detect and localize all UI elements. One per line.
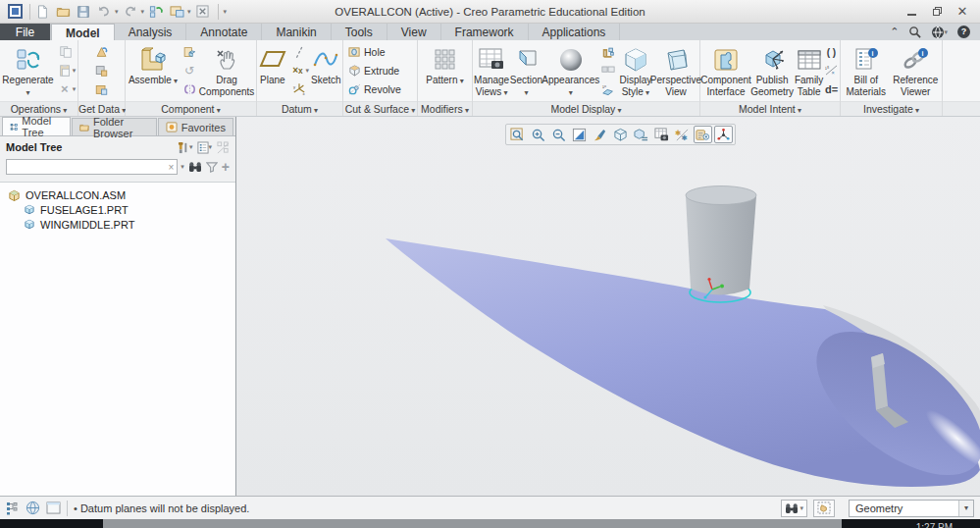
search-options-dropdown[interactable]: ▾ [181, 163, 184, 171]
tree-show-dropdown[interactable]: ▾ [208, 143, 212, 151]
paste-dropdown[interactable]: ▾ [73, 67, 77, 75]
spin-center-toggle[interactable] [714, 126, 733, 143]
tab-annotate[interactable]: Annotate [186, 24, 262, 40]
regenerate-button[interactable]: Regenerate [1, 42, 55, 99]
group-label-operations[interactable]: Operations [0, 101, 77, 116]
tab-folder-browser[interactable]: Folder Browser [72, 118, 157, 135]
restore-button[interactable] [931, 6, 943, 18]
help-icon[interactable]: ? [957, 26, 970, 38]
repeat-button[interactable]: ↺ [181, 62, 198, 79]
command-search-icon[interactable] [908, 26, 921, 38]
group-label-modifiers[interactable]: Modifiers [418, 101, 472, 116]
create-component-button[interactable] [181, 43, 198, 61]
plane-button[interactable]: Plane [258, 42, 287, 99]
window-switch-button[interactable] [168, 3, 185, 21]
zoom-out-button[interactable] [549, 126, 568, 143]
coordinate-system-button[interactable]: yx [290, 80, 308, 98]
tree-item-part[interactable]: FUSELAGE1.PRT [0, 202, 235, 217]
find-dropdown[interactable]: ▾ [799, 504, 803, 512]
pattern-button[interactable]: Pattern [421, 42, 470, 99]
revolve-button[interactable]: Revolve [344, 80, 416, 99]
add-filter-icon[interactable]: + [222, 159, 230, 175]
group-label-get-data[interactable]: Get Data [78, 101, 125, 116]
tab-framework[interactable]: Framework [441, 24, 529, 40]
tab-model-tree[interactable]: Model Tree [2, 117, 71, 135]
zoom-in-button[interactable] [529, 126, 547, 143]
import-data-button[interactable] [93, 62, 111, 79]
copy-button[interactable] [57, 43, 75, 61]
parameters-button[interactable]: ( ) [823, 43, 841, 61]
publish-geometry-button[interactable]: Publish Geometry [750, 42, 794, 99]
graphics-area[interactable]: ✱✱ [236, 117, 980, 496]
qat-customize-dropdown[interactable]: ▾ [224, 8, 228, 16]
tree-search-box[interactable]: × [6, 159, 178, 175]
repaint-button[interactable] [591, 126, 609, 143]
bill-of-materials-button[interactable]: i Bill of Materials [842, 42, 891, 99]
close-button[interactable]: ✕ [956, 6, 968, 18]
section-button[interactable]: Section [509, 42, 543, 99]
view-manager-button[interactable] [652, 126, 671, 143]
extrude-button[interactable]: Extrude [344, 61, 416, 79]
zoom-region-button[interactable] [508, 126, 527, 143]
open-file-button[interactable] [54, 3, 72, 21]
component-interface-button[interactable]: Component Interface [701, 42, 750, 99]
reference-viewer-button[interactable]: i Reference Viewer [891, 42, 941, 99]
group-label-component[interactable]: Component [126, 101, 256, 116]
tab-model[interactable]: Model [51, 24, 115, 40]
manage-views-button[interactable]: Manage Views [474, 42, 509, 99]
select-box-button[interactable] [813, 500, 835, 517]
tab-file[interactable]: File [0, 24, 51, 40]
group-label-model-intent[interactable]: Model Intent [700, 101, 840, 116]
display-style-button[interactable]: Display Style [618, 42, 653, 99]
collapse-all-icon[interactable] [217, 141, 230, 154]
group-label-investigate[interactable]: Investigate [841, 101, 942, 116]
hole-button[interactable]: Hole [344, 42, 416, 61]
layer-display-button[interactable] [599, 62, 617, 79]
scale-display-button[interactable]: ¹ˣ [599, 80, 617, 98]
navigator-toggle-icon[interactable] [6, 502, 20, 515]
tab-manikin[interactable]: Manikin [262, 24, 331, 40]
point-dropdown[interactable]: ▾ [305, 67, 309, 75]
axis-button[interactable] [290, 43, 308, 61]
minimize-button[interactable] [905, 6, 917, 18]
tab-analysis[interactable]: Analysis [115, 24, 187, 40]
connect-icon[interactable]: ▾ [931, 26, 948, 39]
minimize-ribbon-icon[interactable]: ⌃ [890, 26, 899, 38]
refit-button[interactable] [570, 126, 589, 143]
find-icon[interactable] [188, 161, 202, 173]
point-button[interactable]: ×x [288, 62, 306, 79]
group-label-model-display[interactable]: Model Display [473, 101, 699, 116]
paste-button[interactable] [56, 62, 74, 79]
selection-filter-dropdown[interactable]: Geometry ▾ [849, 500, 974, 517]
clear-search-icon[interactable]: × [168, 162, 177, 173]
assemble-button[interactable]: Assemble [127, 42, 180, 99]
shrinkwrap-button[interactable] [93, 80, 111, 98]
redo-dropdown[interactable]: ▾ [141, 8, 145, 16]
tab-view[interactable]: View [387, 24, 441, 40]
relations-button[interactable]: d= [823, 80, 841, 98]
display-style-toggle-button[interactable] [611, 126, 630, 143]
filter-icon[interactable] [206, 161, 218, 173]
perspective-view-button[interactable]: Perspective View [653, 42, 698, 99]
undo-dropdown[interactable]: ▾ [115, 8, 119, 16]
mirror-component-button[interactable] [181, 80, 198, 98]
taskbar-window-button[interactable] [103, 519, 842, 528]
saved-views-button[interactable] [632, 126, 650, 143]
tree-item-part[interactable]: WINGMIDDLE.PRT [0, 217, 235, 232]
tab-tools[interactable]: Tools [332, 24, 387, 40]
fullscreen-toggle-icon[interactable] [46, 502, 61, 514]
undo-button[interactable] [95, 3, 113, 21]
delete-button[interactable]: × [56, 80, 74, 98]
switch-symbols-button[interactable]: ¹⁵× [823, 62, 841, 79]
regenerate-quick-button[interactable] [147, 3, 165, 21]
tree-item-assembly[interactable]: OVERALLCON.ASM [0, 187, 235, 202]
find-in-model-button[interactable]: ▾ [781, 500, 807, 517]
redo-button[interactable] [122, 3, 139, 21]
sketch-button[interactable]: Sketch [311, 42, 341, 99]
tab-favorites[interactable]: Favorites [158, 118, 233, 135]
group-label-cut-surface[interactable]: Cut & Surface [343, 101, 417, 116]
family-table-button[interactable]: Family Table [794, 42, 824, 99]
annotation-display-button[interactable] [599, 43, 617, 61]
datum-display-filters-button[interactable]: ✱✱ [673, 126, 692, 143]
drag-components-button[interactable]: Drag Components [199, 42, 254, 99]
